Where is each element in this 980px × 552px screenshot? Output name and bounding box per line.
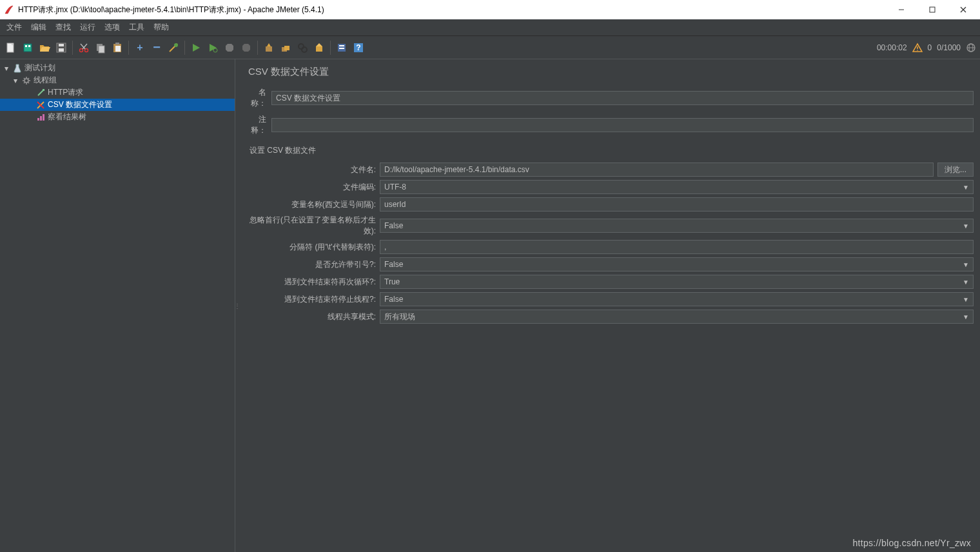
maximize-button[interactable] [923,3,941,17]
svg-rect-28 [266,46,272,52]
svg-line-52 [28,82,30,83]
svg-rect-7 [25,45,27,47]
share-mode-select[interactable]: 所有现场▼ [380,310,974,324]
menu-edit[interactable]: 编辑 [27,21,50,34]
tree-toggle-icon[interactable]: ▾ [3,64,10,73]
clear-all-icon[interactable] [279,41,293,55]
tree-label: 察看结果树 [48,112,86,123]
tree-label: 线程组 [34,75,57,86]
minimize-button[interactable] [892,3,910,17]
tree-node-test-plan[interactable]: ▾ 测试计划 [0,62,235,74]
ignore-first-label: 忽略首行(只在设置了变量名称后才生效): [248,215,380,237]
cut-icon[interactable] [77,41,91,55]
filename-input[interactable]: D:/lk/tool/apache-jmeter-5.4.1/bin/data.… [380,163,934,177]
svg-rect-60 [40,116,42,121]
toolbar: + − ? 00:00:02 0 0/1000 [0,36,980,59]
comment-input[interactable] [271,118,974,132]
tree-label: 测试计划 [24,63,55,74]
menu-file[interactable]: 文件 [3,21,26,34]
comment-label: 注释： [248,114,271,136]
name-input[interactable]: CSV 数据文件设置 [271,91,974,105]
toggle-icon[interactable] [166,41,181,55]
tree-node-http-request[interactable]: HTTP请求 [0,86,235,99]
menu-help[interactable]: 帮助 [150,21,173,34]
expand-all-icon[interactable]: + [133,41,147,55]
svg-rect-30 [284,46,289,50]
watermark-text: https://blog.csdn.net/Yr_zwx [853,538,972,548]
filename-label: 文件名: [248,164,380,175]
function-helper-icon[interactable] [335,41,349,55]
gear-icon [22,76,31,85]
varnames-input[interactable]: userId [380,197,974,212]
start-icon[interactable] [189,41,203,55]
recycle-select[interactable]: True▼ [380,275,974,289]
svg-rect-10 [59,44,64,46]
elapsed-time: 00:00:02 [877,43,907,52]
svg-rect-17 [99,46,104,53]
help-icon[interactable]: ? [351,41,366,55]
thread-count: 0/1000 [937,43,961,52]
save-icon[interactable] [54,41,68,55]
new-icon[interactable] [4,41,18,55]
svg-line-55 [38,90,43,95]
svg-rect-8 [28,45,30,47]
flask-icon [13,64,22,73]
svg-rect-56 [43,89,44,91]
chevron-down-icon: ▼ [963,279,969,286]
svg-point-32 [302,47,307,52]
share-mode-label: 线程共享模式: [248,311,380,322]
allow-quote-label: 是否允许带引号?: [248,259,380,270]
menu-run[interactable]: 运行 [76,21,99,34]
open-icon[interactable] [37,41,52,55]
menu-search[interactable]: 查找 [52,21,75,34]
copy-icon[interactable] [93,41,108,55]
collapse-all-icon[interactable]: − [150,41,164,55]
svg-rect-59 [37,118,39,121]
ignore-first-select[interactable]: False▼ [380,219,974,233]
menu-options[interactable]: 选项 [101,21,124,34]
svg-marker-34 [316,43,322,46]
reset-search-icon[interactable] [312,41,326,55]
tree-node-csv-config[interactable]: CSV 数据文件设置 [0,99,235,111]
tree-toggle-icon[interactable]: ▾ [12,76,19,85]
warning-icon[interactable] [912,43,923,53]
menu-tools[interactable]: 工具 [125,21,148,34]
svg-rect-11 [59,48,64,52]
start-no-timers-icon[interactable] [206,41,220,55]
globe-icon[interactable] [966,43,976,53]
svg-marker-26 [226,44,233,52]
tree-node-results-tree[interactable]: 察看结果树 [0,111,235,123]
stop-icon[interactable] [222,41,237,55]
chevron-down-icon: ▼ [963,313,969,320]
svg-rect-61 [43,114,44,121]
svg-point-25 [213,48,217,52]
search-icon[interactable] [295,41,309,55]
delimiter-label: 分隔符 (用'\t'代替制表符): [248,242,380,253]
svg-marker-27 [242,44,250,52]
stop-select[interactable]: False▼ [380,292,974,306]
chevron-down-icon: ▼ [963,296,969,303]
paste-icon[interactable] [110,41,124,55]
chart-icon [36,113,45,122]
tree-label: CSV 数据文件设置 [48,99,112,110]
pipette-icon [36,88,45,97]
test-plan-tree[interactable]: ▾ 测试计划 ▾ 线程组 HTTP请求 CSV 数据文件设置 察看结果树 [0,59,235,552]
browse-button[interactable]: 浏览... [937,163,974,177]
clear-icon[interactable] [262,41,276,55]
svg-rect-36 [339,45,344,46]
svg-marker-23 [193,44,200,52]
svg-rect-19 [115,46,121,52]
csv-config-icon [36,101,45,110]
error-count: 0 [928,43,932,52]
svg-point-13 [85,48,88,52]
name-label: 名称： [248,87,271,109]
tree-node-thread-group[interactable]: ▾ 线程组 [0,74,235,86]
delimiter-input[interactable]: , [380,240,974,254]
shutdown-icon[interactable] [239,41,253,55]
chevron-down-icon: ▼ [963,222,969,230]
allow-quote-select[interactable]: False▼ [380,257,974,271]
encoding-select[interactable]: UTF-8▼ [380,180,974,194]
close-button[interactable] [954,3,972,17]
config-panel: CSV 数据文件设置 名称： CSV 数据文件设置 注释： 设置 CSV 数据文… [239,59,980,552]
templates-icon[interactable] [21,41,35,55]
